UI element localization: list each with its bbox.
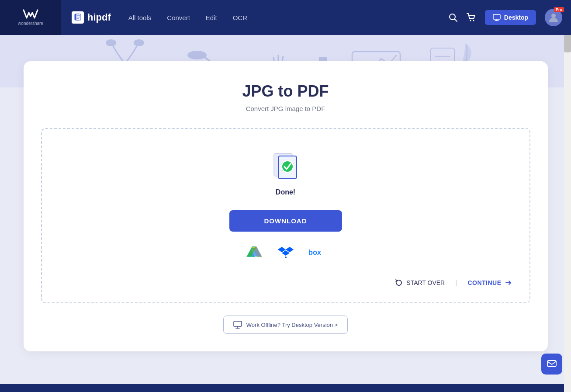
svg-rect-47: [234, 321, 242, 326]
nav-all-tools[interactable]: All tools: [128, 14, 152, 21]
nav-links: All tools Convert Edit OCR: [128, 14, 448, 21]
main-content: JPG to PDF Convert JPG image to PDF: [0, 35, 571, 369]
dropbox-button[interactable]: [277, 244, 294, 261]
desktop-promo-icon: [233, 320, 242, 329]
google-drive-button[interactable]: [246, 244, 263, 261]
desktop-icon: [493, 14, 501, 21]
pro-badge: Pro: [554, 7, 564, 12]
page-subtitle: Convert JPG image to PDF: [41, 105, 530, 112]
box-icon: box: [308, 248, 326, 257]
svg-point-12: [551, 14, 556, 18]
google-drive-icon: [246, 246, 262, 260]
svg-point-8: [473, 20, 474, 21]
wondershare-logo-icon: [23, 9, 38, 20]
action-divider: |: [455, 279, 457, 287]
nav-convert[interactable]: Convert: [167, 14, 190, 21]
bottom-actions: START OVER | CONTINUE: [59, 279, 512, 287]
desktop-promo-section: Work Offline? Try Desktop Version >: [41, 316, 530, 334]
svg-point-7: [470, 20, 471, 21]
start-over-button[interactable]: START OVER: [395, 279, 445, 287]
wondershare-text: wondershare: [18, 21, 43, 26]
nav-actions: Desktop Pro: [448, 9, 562, 26]
message-button[interactable]: [541, 354, 562, 375]
cart-button[interactable]: [467, 13, 476, 22]
wondershare-brand: wondershare: [0, 0, 61, 35]
svg-rect-50: [547, 361, 556, 367]
start-over-label: START OVER: [406, 279, 445, 286]
dropbox-icon: [278, 246, 294, 260]
svg-rect-9: [493, 14, 500, 19]
footer-bar: [0, 384, 564, 392]
file-done-icon: [270, 150, 301, 180]
done-label: Done!: [276, 188, 295, 196]
navbar: wondershare hipdf All tools Convert Edit…: [0, 0, 571, 35]
desktop-promo-link[interactable]: Work Offline? Try Desktop Version >: [223, 316, 348, 334]
hipdf-label: hipdf: [87, 12, 111, 23]
nav-edit[interactable]: Edit: [206, 14, 217, 21]
message-icon: [547, 359, 557, 369]
result-area: Done! DOWNLOAD: [41, 128, 530, 303]
cloud-storage-icons: box: [246, 244, 326, 261]
refresh-icon: [395, 279, 403, 287]
search-button[interactable]: [448, 13, 458, 22]
user-icon: [547, 11, 560, 24]
desktop-btn-label: Desktop: [504, 14, 528, 21]
nav-ocr[interactable]: OCR: [233, 14, 247, 21]
desktop-button[interactable]: Desktop: [485, 10, 536, 25]
continue-button[interactable]: CONTINUE: [467, 279, 512, 286]
continue-label: CONTINUE: [467, 279, 501, 286]
svg-point-44: [285, 257, 287, 258]
hipdf-icon: [72, 11, 84, 24]
svg-line-6: [454, 19, 457, 22]
conversion-card: JPG to PDF Convert JPG image to PDF: [24, 61, 548, 351]
box-button[interactable]: box: [308, 244, 326, 261]
desktop-promo-text: Work Offline? Try Desktop Version >: [246, 322, 338, 328]
avatar-wrap[interactable]: Pro: [545, 9, 562, 26]
search-icon: [448, 13, 458, 22]
cart-icon: [467, 13, 476, 22]
page-title: JPG to PDF: [41, 82, 530, 101]
arrow-right-icon: [505, 279, 512, 286]
svg-text:box: box: [308, 248, 321, 256]
hipdf-brand[interactable]: hipdf: [72, 11, 111, 24]
download-button[interactable]: DOWNLOAD: [229, 210, 342, 232]
